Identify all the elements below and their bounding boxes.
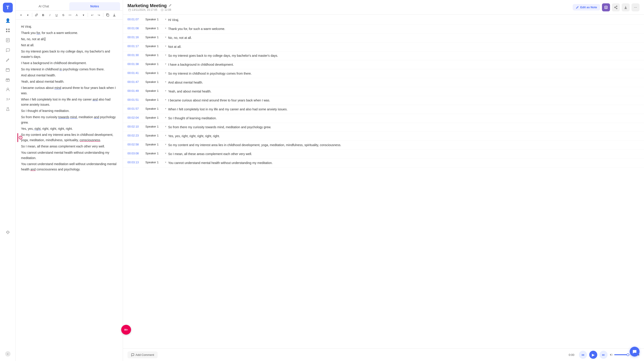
ts-time-13[interactable]: 00:02:10 (128, 125, 144, 128)
toolbar-font-color-dropdown-btn[interactable]: ▾ (80, 12, 86, 18)
toolbar-link-btn[interactable] (33, 12, 40, 18)
download-btn[interactable] (622, 3, 630, 11)
ts-chevron-14[interactable]: ▾ (165, 134, 166, 137)
ts-time-10[interactable]: 00:01:51 (128, 98, 144, 101)
right-panel: Marketing Meeting 13/11/2024, 15:17:05 1… (123, 0, 644, 361)
tab-ai-chat[interactable]: AI Chat (18, 2, 69, 10)
toolbar-download-btn[interactable] (111, 12, 118, 18)
ts-chevron-7[interactable]: ▾ (165, 71, 166, 74)
fast-forward-btn[interactable]: ⏭ (600, 351, 608, 359)
share-btn[interactable] (612, 3, 620, 11)
editor-line-8: And about mental health. (21, 73, 118, 78)
notification-badge[interactable]: 99+ (121, 325, 131, 335)
toolbar-undo-btn[interactable]: ↩ (89, 12, 95, 18)
sidebar-item-user[interactable] (3, 85, 12, 94)
word-and: and (92, 98, 98, 101)
svg-point-31 (614, 7, 616, 8)
editor-line-5: So my interest goes back to my college d… (21, 49, 118, 60)
sidebar-item-lab[interactable] (3, 104, 12, 113)
sidebar-item-diamond[interactable] (3, 228, 12, 237)
ts-time-4[interactable]: 00:01:17 (128, 44, 144, 48)
ts-speaker-12: Speaker 1 (145, 116, 163, 119)
time-display: 0:00 (569, 353, 577, 357)
transcript-row-17: 00:03:13 Speaker 1 ▾ You cannot understa… (123, 159, 644, 168)
ts-chevron-2[interactable]: ▾ (165, 27, 166, 30)
ts-speaker-5: Speaker 1 (145, 53, 163, 57)
toolbar-copy-btn[interactable] (104, 12, 111, 18)
sidebar-item-grid[interactable] (3, 26, 12, 35)
ts-speaker-17: Speaker 1 (145, 161, 163, 164)
app-logo[interactable]: T (3, 3, 13, 12)
ts-chevron-17[interactable]: ▾ (165, 161, 166, 164)
toolbar-code-btn[interactable]: <> (67, 12, 73, 18)
editor-line-1: Hi Viraj. (21, 24, 118, 29)
ts-time-6[interactable]: 00:01:38 (128, 62, 144, 66)
ts-chevron-11[interactable]: ▾ (165, 107, 166, 110)
ts-text-5: So my interest goes back to my college d… (168, 53, 640, 58)
sidebar-item-gift[interactable] (3, 75, 12, 84)
save-btn[interactable] (602, 3, 610, 11)
ts-chevron-1[interactable]: ▾ (165, 18, 166, 21)
meeting-title-edit-icon[interactable] (168, 4, 172, 7)
ts-time-17[interactable]: 00:03:13 (128, 161, 144, 164)
ts-time-2[interactable]: 00:01:08 (128, 26, 144, 30)
ts-chevron-6[interactable]: ▾ (165, 62, 166, 65)
ts-chevron-15[interactable]: ▾ (165, 143, 166, 146)
more-options-btn[interactable]: ··· (632, 3, 640, 11)
chat-support-btn[interactable] (630, 347, 640, 357)
transcript-row-8: 00:01:47 Speaker 1 ▾ And about mental he… (123, 78, 644, 87)
transcript-area: 00:01:07 Speaker 1 ▾ Hi Viraj. 00:01:08 … (123, 15, 644, 348)
ts-time-14[interactable]: 00:02:23 (128, 134, 144, 137)
ts-time-9[interactable]: 00:01:49 (128, 89, 144, 92)
ts-time-11[interactable]: 00:01:57 (128, 107, 144, 110)
ts-time-15[interactable]: 00:02:58 (128, 143, 144, 146)
ts-time-16[interactable]: 00:03:08 (128, 152, 144, 155)
toolbar-underline-btn[interactable]: U (54, 12, 60, 18)
ts-chevron-10[interactable]: ▾ (165, 98, 166, 101)
ts-speaker-11: Speaker 1 (145, 107, 163, 110)
ts-time-1[interactable]: 00:01:07 (128, 18, 144, 21)
svg-rect-8 (6, 69, 10, 71)
sidebar-collapse-btn[interactable]: » (5, 351, 10, 357)
ts-time-5[interactable]: 00:01:30 (128, 53, 144, 57)
ts-chevron-12[interactable]: ▾ (165, 116, 166, 119)
toolbar-italic-btn[interactable]: I (47, 12, 53, 18)
sidebar-item-chat[interactable] (3, 45, 12, 54)
sidebar-item-edit[interactable] (3, 55, 12, 64)
play-pause-btn[interactable]: ▶ (589, 351, 597, 359)
ts-time-12[interactable]: 00:02:04 (128, 116, 144, 119)
ts-time-7[interactable]: 00:01:41 (128, 71, 144, 75)
word-for: for (36, 31, 40, 35)
ts-time-3[interactable]: 00:01:16 (128, 35, 144, 39)
ts-chevron-16[interactable]: ▾ (165, 152, 166, 155)
toolbar-divider-2 (88, 13, 88, 17)
tab-notes[interactable]: Notes (69, 2, 120, 10)
editor-line-17: You cannot understand mental health with… (21, 150, 118, 161)
ts-time-8[interactable]: 00:01:47 (128, 80, 144, 83)
ts-chevron-5[interactable]: ▾ (165, 54, 166, 56)
toolbar-font-color-btn[interactable]: A (74, 12, 80, 18)
toolbar-align-dropdown-btn[interactable]: ▾ (24, 12, 31, 18)
volume-slider-track[interactable] (614, 354, 632, 355)
edit-as-note-btn[interactable]: Edit as Note (573, 4, 600, 10)
sidebar-item-calendar[interactable] (3, 65, 12, 74)
editor-area[interactable]: Hi Viraj. Thank you for, for such a warm… (16, 20, 123, 361)
sidebar-item-profile[interactable]: 👤 (3, 16, 12, 25)
toolbar-redo-btn[interactable]: ↪ (96, 12, 102, 18)
ts-chevron-8[interactable]: ▾ (165, 80, 166, 83)
rewind-btn[interactable]: ⏮ (579, 351, 587, 359)
ts-text-9: Yeah, and about mental health. (168, 89, 640, 94)
add-comment-btn[interactable]: Add Comment (128, 352, 158, 358)
ts-chevron-9[interactable]: ▾ (165, 89, 166, 92)
toolbar-align-btn[interactable]: ≡ (18, 12, 24, 18)
toolbar-strikethrough-btn[interactable]: S (60, 12, 66, 18)
sidebar-item-translate[interactable]: 文A (3, 95, 12, 104)
volume-slider-thumb[interactable] (626, 354, 629, 356)
sidebar-item-document[interactable] (3, 36, 12, 45)
ts-chevron-3[interactable]: ▾ (165, 36, 166, 39)
ts-chevron-13[interactable]: ▾ (165, 125, 166, 128)
ts-speaker-1: Speaker 1 (145, 18, 163, 21)
toolbar-bold-btn[interactable]: B (40, 12, 46, 18)
ts-text-6: I have a background in childhood develop… (168, 62, 640, 67)
ts-chevron-4[interactable]: ▾ (165, 45, 166, 47)
